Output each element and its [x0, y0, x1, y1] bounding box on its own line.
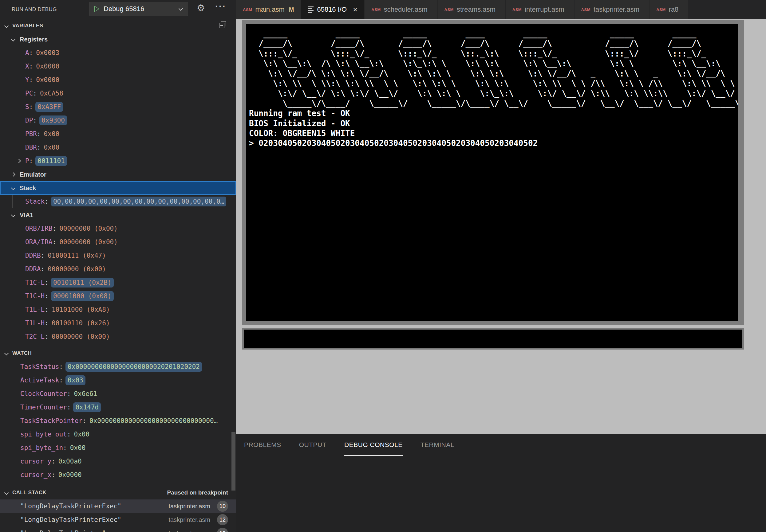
frame-name: "LongDelayTaskPrinter"	[20, 530, 106, 532]
collapse-all-icon[interactable]	[219, 23, 224, 28]
variable-name: S	[25, 103, 29, 111]
watch-row[interactable]: TaskStackPointer:0x000000000000000000000…	[0, 414, 236, 428]
callstack-section-header[interactable]: CALL STACK Paused on breakpoint	[0, 486, 236, 499]
panel-tab-terminal[interactable]: TERMINAL	[421, 441, 454, 450]
watch-value: 0x00000000000000000000020201020202	[65, 362, 202, 372]
variable-row[interactable]: T1C-H:00001000 (0x08)	[0, 289, 236, 303]
variable-row[interactable]: P:0011101	[0, 154, 236, 168]
variable-row[interactable]: S:0xA3FF	[0, 100, 236, 114]
variable-group-Stack[interactable]: Stack	[0, 181, 236, 195]
tab-main.asm[interactable]: ASMmain.asmM	[236, 0, 301, 19]
variable-name: T2C-L	[25, 333, 45, 340]
watch-row[interactable]: ClockCounter:0x6e61	[0, 387, 236, 401]
variable-group-VIA1[interactable]: VIA1	[0, 208, 236, 222]
debug-status-text: Paused on breakpoint	[167, 489, 228, 496]
callstack-frame[interactable]: "LongDelayTaskPrinterExec"taskprinter.as…	[0, 499, 236, 513]
variable-row[interactable]: T1L-L:10101000 (0xA8)	[0, 303, 236, 316]
callstack-frame[interactable]: "LongDelayTaskPrinter"taskprinter.asm12	[0, 526, 236, 532]
watch-row[interactable]: cursor_y:0x00a0	[0, 455, 236, 468]
variable-row[interactable]: DDRB:01000111 (0x47)	[0, 249, 236, 262]
chevron-down-icon	[11, 186, 15, 190]
close-icon[interactable]: ×	[353, 6, 357, 14]
variable-value: 00101011 (0x2B)	[51, 278, 114, 288]
variable-value: 0011101	[35, 156, 67, 166]
emulator-input-strip[interactable]	[242, 328, 744, 350]
variables-section-header[interactable]: VARIABLES	[0, 19, 236, 33]
variable-value: 01000111 (0x47)	[48, 252, 106, 259]
tab-interrupt.asm[interactable]: ASMinterrupt.asm	[506, 0, 575, 19]
variable-value: 0x0000	[36, 63, 59, 70]
tab-65816 I/O[interactable]: 65816 I/O×	[301, 0, 364, 19]
watch-section-title: WATCH	[12, 350, 32, 356]
variable-name: A	[25, 49, 29, 57]
variable-row[interactable]: Y:0x0000	[0, 73, 236, 87]
panel-title: RUN AND DEBUG	[12, 6, 57, 13]
variable-value: 10101000 (0xA8)	[52, 306, 110, 313]
watch-value: 0x03	[65, 375, 85, 385]
tab-label: scheduler.asm	[384, 6, 428, 14]
more-actions-icon[interactable]: ···	[215, 1, 226, 12]
watch-section-header[interactable]: WATCH	[0, 346, 236, 360]
variable-name: ORB/IRB	[25, 225, 53, 232]
variable-row[interactable]: DDRA:00000000 (0x00)	[0, 262, 236, 276]
frame-line-badge: 12	[217, 514, 228, 525]
watch-row[interactable]: cursor_x:0x0000	[0, 468, 236, 482]
group-label: VIA1	[20, 212, 33, 219]
variable-value: 00001000 (0x08)	[51, 291, 114, 301]
panel-tab-debug-console[interactable]: DEBUG CONSOLE	[344, 441, 403, 450]
watch-name: cursor_x	[20, 471, 51, 479]
tab-label: interrupt.asm	[525, 6, 564, 14]
chevron-right-icon	[11, 172, 15, 177]
variable-row[interactable]: PBR:0x00	[0, 127, 236, 141]
start-debug-icon[interactable]	[94, 6, 99, 12]
watch-row[interactable]: spi_byte_in:0x00	[0, 441, 236, 455]
chevron-down-icon	[4, 24, 9, 28]
tab-streams.asm[interactable]: ASMstreams.asm	[438, 0, 506, 19]
watch-name: TaskStatus	[20, 363, 59, 370]
tab-scheduler.asm[interactable]: ASMscheduler.asm	[364, 0, 438, 19]
sidebar-scrollbar[interactable]	[231, 432, 235, 491]
panel-tab-problems[interactable]: PROBLEMS	[244, 441, 281, 450]
watch-row[interactable]: ActiveTask:0x03	[0, 374, 236, 387]
variable-value: 00100110 (0x26)	[52, 319, 110, 327]
tab-taskprinter.asm[interactable]: ASMtaskprinter.asm	[575, 0, 650, 19]
watch-name: spi_byte_in	[20, 444, 63, 452]
variable-value: 00000000 (0x00)	[59, 225, 118, 232]
watch-row[interactable]: TimerCounter:0x147d	[0, 401, 236, 414]
emulator-screen[interactable]: _____ _____ _____ ____ _____ _____ _____…	[246, 24, 738, 321]
variable-group-Registers[interactable]: Registers	[0, 33, 236, 46]
variable-name: X	[25, 63, 29, 70]
watch-value: 0x00a0	[58, 458, 82, 465]
chevron-down-icon	[4, 491, 9, 495]
variable-row[interactable]: A:0x0003	[0, 46, 236, 60]
gear-icon[interactable]: ⚙	[197, 2, 205, 13]
editor-area: _____ _____ _____ ____ _____ _____ _____…	[236, 19, 766, 434]
panel-tab-bar: PROBLEMSOUTPUTDEBUG CONSOLETERMINAL	[236, 434, 766, 458]
variable-row[interactable]: X:0x0000	[0, 60, 236, 73]
variable-group-Emulator[interactable]: Emulator	[0, 168, 236, 181]
variable-name: Y	[25, 76, 29, 84]
watch-row[interactable]: TaskStatus:0x000000000000000000000202010…	[0, 360, 236, 374]
variable-row[interactable]: T1C-L:00101011 (0x2B)	[0, 276, 236, 289]
variable-row[interactable]: DP:0x9300	[0, 114, 236, 127]
frame-name: "LongDelayTaskPrinterExec"	[20, 516, 121, 523]
variable-row[interactable]: ORA/IRA:00000000 (0x00)	[0, 235, 236, 249]
variable-row[interactable]: T1L-H:00100110 (0x26)	[0, 316, 236, 330]
variable-row[interactable]: T2C-L:00000000 (0x00)	[0, 330, 236, 343]
panel-tab-output[interactable]: OUTPUT	[299, 441, 326, 450]
callstack-frame[interactable]: "LongDelayTaskPrinterExec"taskprinter.as…	[0, 513, 236, 526]
variable-row[interactable]: Stack:00,00,00,00,00,00,00,00,00,00,00,0…	[0, 195, 236, 208]
variable-name: T1L-H	[25, 319, 45, 327]
callstack-list: "LongDelayTaskPrinterExec"taskprinter.as…	[0, 499, 236, 532]
asm-file-icon: ASM	[243, 7, 252, 12]
tab-ra8[interactable]: ASMra8	[650, 0, 689, 19]
variable-row[interactable]: DBR:0x00	[0, 141, 236, 154]
variable-row[interactable]: PC:0xCA58	[0, 87, 236, 100]
variable-name: ORA/IRA	[25, 238, 53, 246]
variable-row[interactable]: ORB/IRB:00000000 (0x00)	[0, 222, 236, 235]
watch-name: cursor_y	[20, 458, 51, 465]
watch-name: spi_byte_out	[20, 431, 67, 438]
watch-row[interactable]: spi_byte_out:0x00	[0, 428, 236, 441]
variable-name: T1C-L	[25, 279, 45, 286]
debug-config-dropdown[interactable]: Debug 65816	[89, 2, 188, 16]
